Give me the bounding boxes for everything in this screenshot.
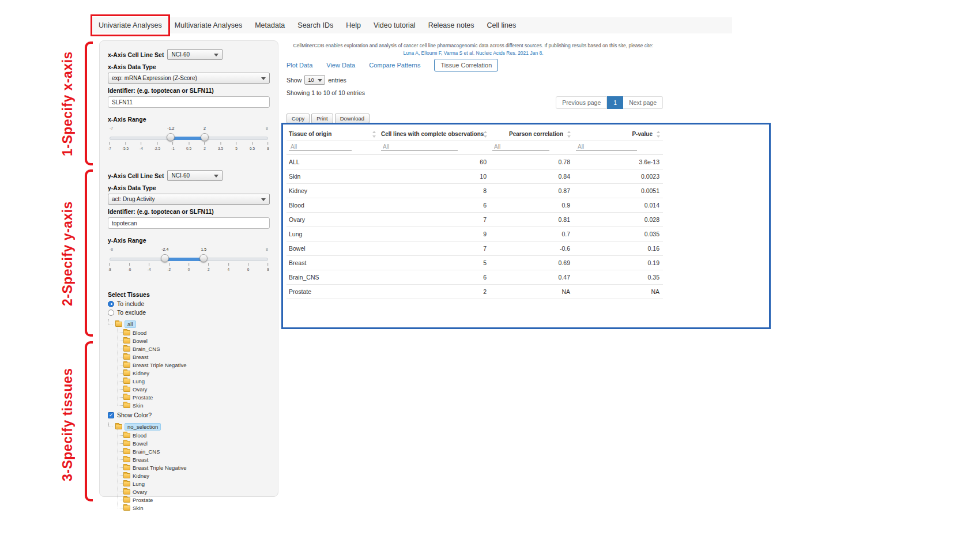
- tree-item-tissue[interactable]: Ovary: [116, 385, 270, 393]
- sort-icon[interactable]: [483, 131, 488, 138]
- nav-item[interactable]: Release notes: [422, 17, 481, 33]
- table-row[interactable]: Brain_CNS 6 0.47 0.35: [287, 270, 663, 285]
- y-identifier-input[interactable]: [108, 217, 270, 229]
- export-button[interactable]: Download: [335, 114, 370, 123]
- tree-item-tissue[interactable]: Brain_CNS: [116, 447, 270, 455]
- tree-item-tissue[interactable]: Breast: [116, 455, 270, 463]
- tree-item-tissue[interactable]: Skin: [116, 504, 270, 512]
- y-data-type-select[interactable]: act: Drug Activity: [108, 194, 270, 205]
- tree-item-tissue[interactable]: Ovary: [116, 488, 270, 496]
- tree-item-tissue[interactable]: Breast: [116, 353, 270, 361]
- sort-icon[interactable]: [567, 131, 571, 138]
- x-data-type-select[interactable]: exp: mRNA Expression (Z-Score): [108, 73, 270, 84]
- show-color-option[interactable]: Show Color?: [108, 412, 270, 418]
- tree-item-tissue[interactable]: Breast Triple Negative: [116, 463, 270, 471]
- x-cell-line-set-select[interactable]: NCI-60: [167, 49, 223, 60]
- x-axis-range-slider[interactable]: -7 8 -1.2 2 -7-5.5-4-2.5-10.523.556.58: [110, 132, 268, 162]
- table-row[interactable]: Kidney 8 0.87 0.0051: [287, 184, 663, 198]
- cell-observations: 7: [379, 213, 490, 227]
- slider-low-handle[interactable]: [161, 254, 169, 262]
- column-header[interactable]: Pearson correlation: [490, 127, 574, 141]
- tree-item-tissue[interactable]: Kidney: [116, 369, 270, 377]
- column-filter-input[interactable]: [576, 143, 637, 151]
- tree-item-tissue[interactable]: Brain_CNS: [116, 345, 270, 353]
- slider-fill: [171, 137, 205, 140]
- tree-item-tissue[interactable]: Bowel: [116, 439, 270, 447]
- slider-high-handle[interactable]: [201, 133, 209, 141]
- include-radio[interactable]: [108, 301, 114, 307]
- page-1-button[interactable]: 1: [607, 96, 623, 109]
- column-filter-input[interactable]: [289, 143, 352, 151]
- sort-icon[interactable]: [656, 131, 661, 138]
- column-header[interactable]: Cell lines with complete observations: [379, 127, 490, 141]
- slider-high-handle[interactable]: [199, 254, 208, 262]
- tissues-include-option[interactable]: To include: [108, 300, 270, 307]
- y-cell-line-set-select[interactable]: NCI-60: [167, 170, 223, 181]
- folder-icon: [123, 449, 130, 454]
- nav-item[interactable]: Multivariate Analyses: [168, 17, 248, 33]
- nav-item[interactable]: Cell lines: [481, 17, 523, 33]
- previous-page-button[interactable]: Previous page: [556, 96, 607, 109]
- tree-item-tissue[interactable]: Breast Triple Negative: [116, 361, 270, 369]
- exclude-radio[interactable]: [108, 310, 114, 316]
- nav-item[interactable]: Help: [340, 17, 367, 33]
- tree-item-tissue[interactable]: Bowel: [116, 337, 270, 345]
- table-row[interactable]: Ovary 7 0.81 0.028: [287, 213, 663, 227]
- tree-root-all[interactable]: all: [108, 319, 270, 329]
- tree-item-label: Lung: [133, 481, 145, 487]
- tab[interactable]: Compare Patterns: [369, 62, 420, 69]
- table-row[interactable]: ALL 60 0.78 3.6e-13: [287, 155, 663, 169]
- tab[interactable]: View Data: [326, 62, 355, 69]
- x-identifier-input[interactable]: [108, 96, 270, 108]
- tree-root-no-selection[interactable]: no_selection: [108, 422, 270, 431]
- folder-icon: [123, 346, 130, 352]
- sort-icon[interactable]: [372, 131, 376, 138]
- tree-item-tissue[interactable]: Kidney: [116, 471, 270, 480]
- table-row[interactable]: Prostate 2 NA NA: [287, 285, 663, 299]
- tree-item-tissue[interactable]: Prostate: [116, 496, 270, 504]
- table-row[interactable]: Bowel 7 -0.6 0.16: [287, 241, 663, 256]
- column-header[interactable]: P-value: [574, 127, 663, 141]
- column-filter-input[interactable]: [381, 143, 458, 151]
- y-axis-range-slider[interactable]: -8 8 -2.4 1.5 -8-6-4-202468: [110, 253, 268, 283]
- nav-item[interactable]: Video tutorial: [367, 17, 422, 33]
- next-page-button[interactable]: Next page: [623, 96, 663, 109]
- slider-low-handle[interactable]: [167, 133, 175, 141]
- tree-item-label: Ovary: [133, 386, 147, 393]
- export-button[interactable]: Copy: [287, 114, 310, 123]
- tree-item-label: Skin: [133, 402, 143, 409]
- tree-item-tissue[interactable]: Lung: [116, 377, 270, 385]
- nav-item[interactable]: Metadata: [248, 17, 291, 33]
- tree-item-tissue[interactable]: Blood: [116, 329, 270, 337]
- citation-reference-link[interactable]: Luna A, Elloumi F, Varma S et al. Nuclei…: [403, 50, 543, 57]
- show-color-checkbox[interactable]: [108, 412, 114, 418]
- tree-elbow-icon[interactable]: [108, 319, 112, 324]
- export-button[interactable]: Print: [311, 114, 333, 123]
- column-filter-input[interactable]: [492, 143, 549, 151]
- page-length-select[interactable]: 10: [304, 75, 325, 85]
- slider-track[interactable]: [110, 258, 268, 261]
- annotation-bracket-tissues: [85, 341, 93, 501]
- tissues-exclude-option[interactable]: To exclude: [108, 309, 270, 316]
- table-row[interactable]: Lung 9 0.7 0.035: [287, 227, 663, 241]
- cell-tissue: Skin: [287, 169, 379, 184]
- tab[interactable]: Plot Data: [287, 62, 312, 69]
- folder-icon: [123, 387, 130, 392]
- tree-item-tissue[interactable]: Skin: [116, 401, 270, 409]
- slider-track[interactable]: [110, 137, 268, 140]
- table-row[interactable]: Blood 6 0.9 0.014: [287, 198, 663, 213]
- tree-root-label[interactable]: no_selection: [125, 423, 161, 431]
- folder-icon: [123, 489, 130, 495]
- tree-item-tissue[interactable]: Prostate: [116, 393, 270, 401]
- nav-item[interactable]: Search IDs: [291, 17, 340, 33]
- tab[interactable]: Tissue Correlation: [434, 59, 498, 71]
- column-header[interactable]: Tissue of origin: [287, 127, 379, 141]
- tree-item-tissue[interactable]: Blood: [116, 431, 270, 439]
- table-row[interactable]: Breast 5 0.69 0.19: [287, 256, 663, 270]
- cell-observations: 6: [379, 270, 490, 285]
- table-row[interactable]: Skin 10 0.84 0.0023: [287, 169, 663, 184]
- tree-elbow-icon[interactable]: [108, 422, 112, 427]
- tree-item-tissue[interactable]: Lung: [116, 480, 270, 488]
- nav-item[interactable]: Univariate Analyses: [92, 17, 168, 33]
- tree-root-label[interactable]: all: [125, 320, 136, 328]
